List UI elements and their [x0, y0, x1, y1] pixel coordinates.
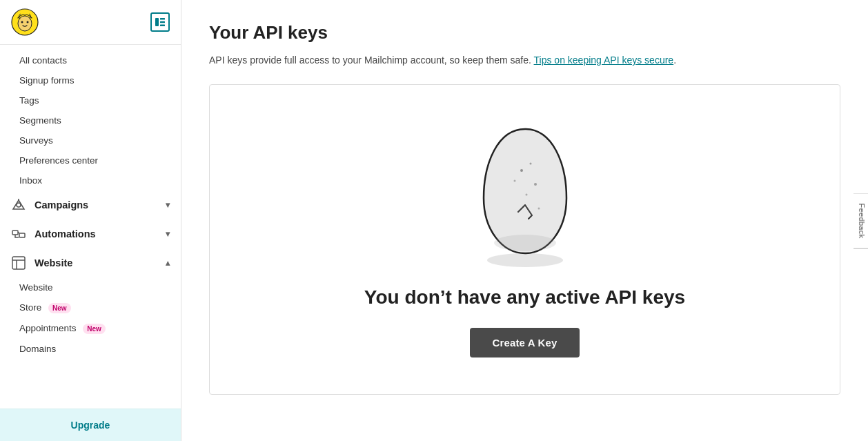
- website-icon: [11, 255, 26, 271]
- automations-icon: [11, 226, 26, 242]
- campaigns-chevron: ▾: [166, 200, 170, 210]
- svg-point-8: [17, 203, 21, 207]
- svg-point-16: [520, 169, 523, 172]
- svg-point-18: [513, 179, 515, 182]
- sidebar-item-domains[interactable]: Domains: [0, 339, 181, 359]
- svg-point-19: [534, 183, 537, 186]
- sidebar-item-store[interactable]: Store New: [0, 297, 181, 318]
- upgrade-section: Upgrade: [0, 409, 181, 441]
- sidebar-section-website[interactable]: Website ▴: [0, 248, 181, 277]
- mailchimp-logo: [11, 8, 39, 36]
- website-chevron: ▴: [166, 258, 170, 268]
- svg-rect-11: [19, 233, 25, 237]
- svg-rect-10: [12, 231, 18, 235]
- sidebar-toggle-button[interactable]: [150, 12, 170, 32]
- page-title: Your API keys: [209, 22, 840, 43]
- sidebar-item-appointments[interactable]: Appointments New: [0, 318, 181, 339]
- svg-point-1: [18, 16, 32, 31]
- svg-point-21: [537, 207, 540, 209]
- campaigns-icon: [11, 197, 26, 213]
- description-suffix: .: [673, 55, 676, 66]
- svg-point-22: [494, 235, 556, 251]
- appointments-new-badge: New: [83, 324, 106, 334]
- svg-rect-7: [160, 25, 165, 27]
- svg-rect-12: [12, 257, 25, 269]
- sidebar-item-surveys[interactable]: Surveys: [0, 130, 181, 150]
- sidebar-item-inbox[interactable]: Inbox: [0, 170, 181, 190]
- api-keys-tips-link[interactable]: Tips on keeping API keys secure: [534, 55, 674, 66]
- sidebar-item-tags[interactable]: Tags: [0, 90, 181, 110]
- sidebar-header: [0, 0, 181, 45]
- svg-point-2: [21, 21, 23, 23]
- sidebar-section-campaigns[interactable]: Campaigns ▾: [0, 190, 181, 219]
- sidebar-item-preferences-center[interactable]: Preferences center: [0, 150, 181, 170]
- page-description: API keys provide full access to your Mai…: [209, 53, 840, 68]
- empty-state-title: You don’t have any active API keys: [364, 286, 685, 308]
- main-content: Your API keys API keys provide full acce…: [181, 0, 868, 441]
- svg-rect-6: [160, 21, 165, 23]
- api-keys-empty-box: You don’t have any active API keys Creat…: [209, 84, 840, 395]
- sidebar-section-automations[interactable]: Automations ▾: [0, 219, 181, 248]
- create-key-button[interactable]: Create A Key: [470, 328, 579, 357]
- sidebar-nav: All contacts Signup forms Tags Segments …: [0, 45, 181, 409]
- sidebar-item-segments[interactable]: Segments: [0, 110, 181, 130]
- svg-rect-4: [155, 18, 159, 26]
- sidebar: All contacts Signup forms Tags Segments …: [0, 0, 181, 441]
- svg-point-20: [525, 193, 527, 195]
- egg-illustration: [470, 115, 580, 267]
- svg-point-15: [487, 253, 563, 267]
- store-new-badge: New: [48, 303, 71, 313]
- automations-label: Automations: [34, 228, 166, 239]
- sidebar-item-signup-forms[interactable]: Signup forms: [0, 70, 181, 90]
- svg-rect-5: [160, 18, 165, 20]
- svg-point-17: [529, 162, 531, 164]
- svg-point-3: [27, 21, 29, 23]
- campaigns-label: Campaigns: [34, 199, 166, 210]
- sidebar-item-website-link[interactable]: Website: [0, 277, 181, 297]
- sidebar-item-all-contacts[interactable]: All contacts: [0, 50, 181, 70]
- feedback-tab[interactable]: Feedback: [854, 193, 868, 248]
- upgrade-link[interactable]: Upgrade: [71, 420, 110, 431]
- automations-chevron: ▾: [166, 229, 170, 239]
- description-prefix: API keys provide full access to your Mai…: [209, 55, 534, 66]
- website-label: Website: [34, 257, 166, 268]
